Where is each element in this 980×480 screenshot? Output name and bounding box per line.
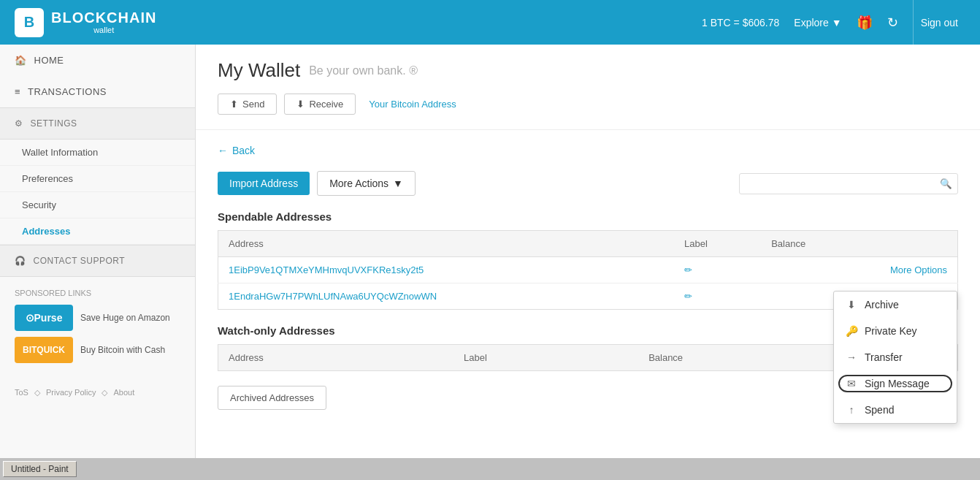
spendable-section-title: Spendable Addresses	[218, 210, 958, 223]
layout: 🏠 HOME ≡ TRANSACTIONS ⚙ SETTINGS Wallet …	[0, 45, 980, 480]
privacy-link[interactable]: Privacy Policy	[46, 388, 96, 397]
btc-price: 1 BTC = $606.78	[702, 17, 779, 28]
search-input[interactable]	[739, 173, 958, 194]
transactions-icon: ≡	[15, 86, 20, 97]
col-address: Address	[218, 231, 675, 257]
logo-sub: wallet	[51, 26, 156, 34]
more-actions-button[interactable]: More Actions ▼	[317, 171, 416, 196]
header: B BLOCKCHAIN wallet 1 BTC = $606.78 Expl…	[0, 0, 980, 45]
label-cell-1: ✏	[674, 257, 761, 283]
import-address-button[interactable]: Import Address	[218, 172, 310, 195]
archived-addresses-button[interactable]: Archived Addresses	[218, 386, 326, 410]
spendable-table: Address Label Balance 1EibP9Ve1QTMXeYMHm…	[218, 230, 958, 310]
bitquick-logo: BITQUICK	[15, 337, 73, 363]
logo-icon: B	[15, 8, 44, 37]
refresh-icon[interactable]: ↻	[887, 15, 898, 31]
sponsored-title: SPONSORED LINKS	[15, 289, 180, 297]
receive-icon: ⬇	[296, 99, 305, 110]
explore-label: Explore	[794, 17, 828, 28]
page-title: My Wallet	[218, 59, 300, 82]
logo-text: BLOCKCHAIN wallet	[51, 9, 156, 34]
purse-text: Save Huge on Amazon	[80, 313, 170, 323]
edit-icon-1[interactable]: ✏	[684, 264, 692, 275]
search-icon[interactable]: 🔍	[940, 178, 952, 189]
col-actions	[870, 231, 958, 257]
transactions-label: TRANSACTIONS	[28, 86, 107, 97]
settings-label: SETTINGS	[31, 118, 77, 129]
archive-icon: ⬇	[846, 299, 857, 311]
sidebar-item-wallet-information[interactable]: Wallet Information	[0, 140, 195, 166]
home-icon: 🏠	[15, 55, 27, 66]
tos-link[interactable]: ToS	[15, 388, 28, 397]
key-icon: 🔑	[846, 325, 857, 337]
more-options-link-1[interactable]: More Options	[890, 264, 947, 275]
dropdown-spend-item[interactable]: ↑ Spend	[834, 397, 957, 423]
main-content: My Wallet Be your own bank. ® ⬆ Send ⬇ R…	[196, 45, 980, 480]
dropdown-sign-message-item[interactable]: ✉ Sign Message	[834, 370, 957, 397]
home-label: HOME	[34, 55, 64, 66]
receive-button[interactable]: ⬇ Receive	[284, 94, 356, 115]
sidebar-item-transactions[interactable]: ≡ TRANSACTIONS	[0, 76, 195, 107]
back-arrow-icon: ←	[218, 145, 228, 156]
logo: B BLOCKCHAIN wallet	[15, 8, 156, 37]
sidebar-item-addresses[interactable]: Addresses	[0, 218, 195, 245]
balance-cell-1	[761, 257, 870, 283]
watch-col-address: Address	[218, 345, 454, 371]
actions-cell-2: More Options ⬇ Archive 🔑 Private Key	[870, 283, 958, 310]
address-cell-1: 1EibP9Ve1QTMXeYMHmvqUVXFKRe1sky2t5	[218, 257, 675, 283]
content-area: ← Back Import Address More Actions ▼ 🔍 S…	[196, 130, 980, 424]
sidebar-item-home[interactable]: 🏠 HOME	[0, 45, 195, 76]
transfer-icon: →	[846, 351, 857, 363]
spend-icon: ↑	[846, 404, 857, 416]
title-row: My Wallet Be your own bank. ®	[218, 59, 958, 82]
sponsored-section: SPONSORED LINKS ⊙Purse Save Huge on Amaz…	[0, 277, 195, 381]
send-button[interactable]: ⬆ Send	[218, 94, 277, 115]
dropdown-archive-item[interactable]: ⬇ Archive	[834, 292, 957, 318]
dropdown-arrow-icon: ▼	[393, 178, 403, 189]
archive-label: Archive	[865, 299, 899, 311]
more-actions-dropdown-container: More Actions ▼	[317, 171, 416, 196]
dropdown-private-key-item[interactable]: 🔑 Private Key	[834, 318, 957, 344]
signout-button[interactable]: Sign out	[913, 0, 965, 45]
edit-icon-2[interactable]: ✏	[684, 291, 692, 302]
address-link-1[interactable]: 1EibP9Ve1QTMXeYMHmvqUVXFKRe1sky2t5	[229, 264, 424, 275]
sign-message-label: Sign Message	[865, 378, 930, 389]
bitcoin-address-link[interactable]: Your Bitcoin Address	[363, 99, 462, 110]
toolbar: Import Address More Actions ▼ 🔍	[218, 171, 958, 196]
address-cell-2: 1EndraHGw7H7PWhLUfNAwa6UYQcWZnowWN	[218, 283, 675, 310]
purse-logo: ⊙Purse	[15, 305, 73, 331]
address-link-2[interactable]: 1EndraHGw7H7PWhLUfNAwa6UYQcWZnowWN	[229, 291, 437, 302]
settings-section-header: ⚙ SETTINGS	[0, 107, 195, 140]
watch-col-label: Label	[453, 345, 638, 371]
contact-support-item[interactable]: 🎧 CONTACT SUPPORT	[0, 245, 195, 277]
back-link[interactable]: ← Back	[218, 145, 958, 156]
context-dropdown-menu: ⬇ Archive 🔑 Private Key → Transfer	[833, 291, 957, 424]
sidebar-item-preferences[interactable]: Preferences	[0, 166, 195, 192]
bitquick-sponsor[interactable]: BITQUICK Buy Bitcoin with Cash	[15, 337, 180, 363]
spend-label: Spend	[865, 404, 894, 416]
main-header: My Wallet Be your own bank. ® ⬆ Send ⬇ R…	[196, 45, 980, 130]
headphones-icon: 🎧	[15, 256, 26, 266]
sign-message-icon: ✉	[846, 378, 857, 389]
transfer-label: Transfer	[865, 351, 903, 363]
search-box: 🔍	[739, 173, 958, 194]
taskbar-item-paint[interactable]: Untitled - Paint	[3, 461, 77, 477]
settings-gear-icon: ⚙	[15, 118, 23, 129]
send-icon: ⬆	[230, 99, 238, 110]
logo-title: BLOCKCHAIN	[51, 9, 156, 26]
purse-sponsor[interactable]: ⊙Purse Save Huge on Amazon	[15, 305, 180, 331]
taskbar: Untitled - Paint	[0, 458, 980, 480]
explore-chevron-icon: ▼	[832, 17, 842, 28]
private-key-label: Private Key	[865, 325, 917, 337]
sidebar-item-security[interactable]: Security	[0, 192, 195, 218]
about-link[interactable]: About	[113, 388, 134, 397]
sidebar: 🏠 HOME ≡ TRANSACTIONS ⚙ SETTINGS Wallet …	[0, 45, 196, 480]
dropdown-transfer-item[interactable]: → Transfer	[834, 344, 957, 370]
table-row: 1EibP9Ve1QTMXeYMHmvqUVXFKRe1sky2t5 ✏ Mor…	[218, 257, 958, 283]
explore-dropdown[interactable]: Explore ▼	[794, 17, 841, 28]
gift-icon[interactable]: 🎁	[857, 15, 873, 31]
bitquick-text: Buy Bitcoin with Cash	[80, 345, 165, 355]
contact-label: CONTACT SUPPORT	[34, 256, 126, 266]
table-row: 1EndraHGw7H7PWhLUfNAwa6UYQcWZnowWN ✏ Mor…	[218, 283, 958, 310]
col-label: Label	[674, 231, 761, 257]
